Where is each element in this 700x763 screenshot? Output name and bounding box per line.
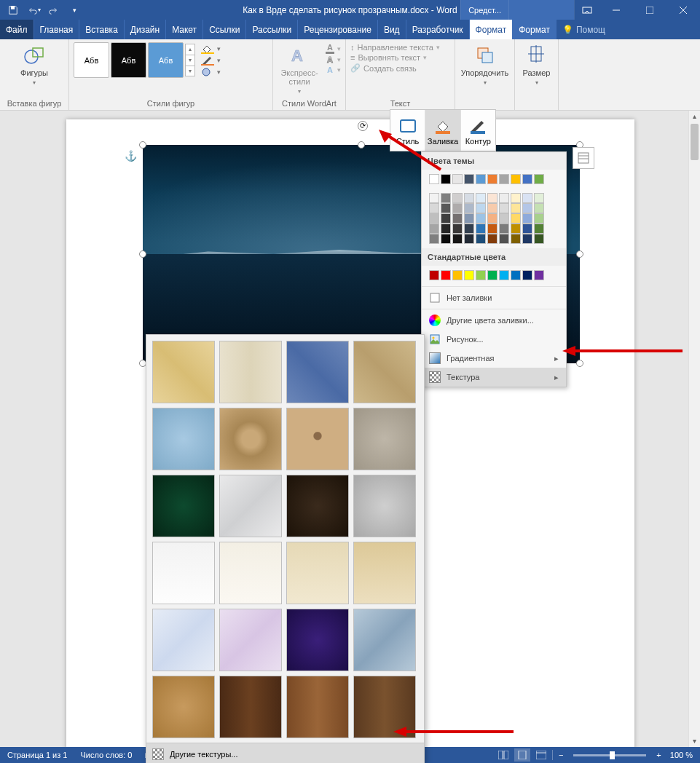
- color-swatch[interactable]: [534, 193, 544, 203]
- texture-swatch[interactable]: [286, 341, 349, 403]
- texture-fill-row[interactable]: Текстура▸: [422, 368, 566, 387]
- view-print-icon[interactable]: [514, 748, 530, 762]
- zoom-slider[interactable]: [573, 754, 646, 756]
- tab-developer[interactable]: Разработчик: [406, 20, 470, 39]
- color-swatch[interactable]: [499, 203, 509, 213]
- shape-outline-button[interactable]: ▾: [201, 55, 221, 66]
- color-swatch[interactable]: [441, 224, 451, 234]
- tab-mailings[interactable]: Рассылки: [246, 20, 298, 39]
- undo-icon[interactable]: ▾: [23, 0, 44, 20]
- tab-view[interactable]: Вид: [378, 20, 406, 39]
- texture-swatch[interactable]: [219, 408, 282, 470]
- texture-swatch[interactable]: [152, 341, 215, 403]
- color-swatch[interactable]: [511, 193, 521, 203]
- tab-format-shape[interactable]: Формат: [513, 20, 557, 39]
- zoom-in-button[interactable]: +: [653, 751, 664, 759]
- texture-swatch[interactable]: [286, 408, 349, 470]
- color-swatch[interactable]: [441, 213, 451, 224]
- color-swatch[interactable]: [441, 270, 451, 280]
- color-swatch[interactable]: [452, 193, 463, 203]
- shape-style-2[interactable]: Абв: [111, 42, 146, 78]
- maximize-icon[interactable]: [633, 0, 666, 20]
- texture-swatch[interactable]: [286, 676, 349, 738]
- color-swatch[interactable]: [476, 213, 486, 224]
- texture-swatch[interactable]: [219, 676, 282, 738]
- color-swatch[interactable]: [522, 174, 532, 184]
- save-icon[interactable]: [3, 0, 23, 20]
- color-swatch[interactable]: [511, 174, 521, 184]
- texture-swatch[interactable]: [353, 609, 416, 671]
- color-swatch[interactable]: [499, 270, 509, 280]
- color-swatch[interactable]: [464, 193, 474, 203]
- texture-swatch[interactable]: [152, 408, 215, 470]
- color-swatch[interactable]: [429, 203, 439, 213]
- color-swatch[interactable]: [511, 224, 521, 234]
- tab-design[interactable]: Дизайн: [125, 20, 166, 39]
- color-swatch[interactable]: [441, 234, 451, 244]
- texture-swatch[interactable]: [219, 542, 282, 604]
- tab-references[interactable]: Ссылки: [203, 20, 246, 39]
- color-swatch[interactable]: [499, 234, 509, 244]
- ribbon-display-options-icon[interactable]: [574, 0, 599, 20]
- color-swatch[interactable]: [452, 270, 463, 280]
- color-swatch[interactable]: [522, 203, 532, 213]
- color-swatch[interactable]: [476, 270, 486, 280]
- zoom-level[interactable]: 100 %: [667, 751, 696, 759]
- color-swatch[interactable]: [499, 224, 509, 234]
- texture-swatch[interactable]: [286, 542, 349, 604]
- user-area[interactable]: [508, 0, 574, 20]
- style-gallery-scroll[interactable]: ▴▾▾: [185, 44, 195, 76]
- color-swatch[interactable]: [487, 213, 498, 224]
- tab-file[interactable]: Файл: [0, 20, 34, 39]
- color-swatch[interactable]: [534, 224, 544, 234]
- color-swatch[interactable]: [499, 174, 509, 184]
- color-swatch[interactable]: [511, 270, 521, 280]
- color-swatch[interactable]: [452, 213, 463, 224]
- rotate-handle-icon[interactable]: ⟳: [358, 121, 368, 131]
- text-outline-button[interactable]: A▾: [326, 55, 341, 65]
- view-web-icon[interactable]: [533, 748, 549, 762]
- texture-swatch[interactable]: [353, 341, 416, 403]
- color-swatch[interactable]: [441, 174, 451, 184]
- align-text-button[interactable]: ≡Выровнять текст▾: [350, 52, 450, 63]
- texture-swatch[interactable]: [353, 542, 416, 604]
- color-swatch[interactable]: [464, 224, 474, 234]
- color-swatch[interactable]: [429, 213, 439, 224]
- status-words[interactable]: Число слов: 0: [77, 751, 135, 759]
- color-swatch[interactable]: [511, 213, 521, 224]
- color-swatch[interactable]: [464, 174, 474, 184]
- tab-format-picture[interactable]: Формат: [470, 20, 514, 39]
- color-swatch[interactable]: [522, 224, 532, 234]
- tab-layout[interactable]: Макет: [166, 20, 203, 39]
- redo-icon[interactable]: [44, 0, 64, 20]
- color-swatch[interactable]: [511, 203, 521, 213]
- texture-swatch[interactable]: [152, 676, 215, 738]
- shape-effects-button[interactable]: ▾: [201, 66, 221, 78]
- color-swatch[interactable]: [534, 203, 544, 213]
- color-swatch[interactable]: [464, 203, 474, 213]
- shape-style-3[interactable]: Абв: [148, 42, 184, 78]
- status-page[interactable]: Страница 1 из 1: [4, 751, 70, 759]
- color-swatch[interactable]: [499, 213, 509, 224]
- shape-fill-button[interactable]: ▾: [201, 43, 221, 55]
- texture-swatch[interactable]: [219, 341, 282, 403]
- zoom-out-button[interactable]: −: [556, 751, 566, 759]
- color-swatch[interactable]: [476, 224, 486, 234]
- color-swatch[interactable]: [429, 174, 439, 184]
- color-swatch[interactable]: [429, 234, 439, 244]
- color-swatch[interactable]: [499, 193, 509, 203]
- color-swatch[interactable]: [441, 193, 451, 203]
- color-swatch[interactable]: [441, 203, 451, 213]
- color-swatch[interactable]: [452, 234, 463, 244]
- minimize-icon[interactable]: [599, 0, 633, 20]
- color-swatch[interactable]: [487, 224, 498, 234]
- texture-swatch[interactable]: [219, 609, 282, 671]
- color-swatch[interactable]: [534, 234, 544, 244]
- color-swatch[interactable]: [464, 234, 474, 244]
- tab-insert[interactable]: Вставка: [79, 20, 125, 39]
- size-button[interactable]: Размер▾: [519, 42, 554, 89]
- color-swatch[interactable]: [476, 203, 486, 213]
- picture-fill-row[interactable]: Рисунок...: [422, 330, 566, 349]
- shapes-button[interactable]: Фигуры▾: [4, 42, 64, 89]
- tell-me[interactable]: 💡Помощ: [557, 20, 611, 39]
